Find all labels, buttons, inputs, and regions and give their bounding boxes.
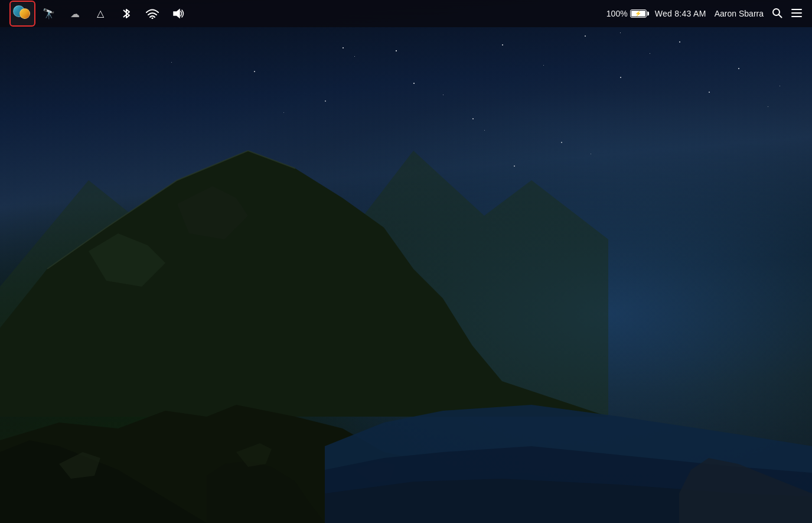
search-button[interactable] [772, 8, 782, 20]
battery-body: ⚡ [630, 9, 647, 18]
wifi-icon [146, 8, 159, 19]
control-center-button[interactable] [791, 8, 803, 20]
app-pair-icon[interactable] [9, 1, 35, 27]
battery-status[interactable]: 100% ⚡ [606, 9, 647, 18]
app-icon-pair [13, 5, 32, 22]
menubar-left: 🔭 ☁ △ [9, 1, 191, 27]
app-icon-front [19, 8, 30, 19]
desktop: 🔭 ☁ △ [0, 0, 812, 523]
battery-percent: 100% [606, 9, 628, 18]
caution-icon: △ [97, 9, 104, 18]
caution-menu-icon[interactable]: △ [87, 1, 113, 27]
ocean-illustration [325, 375, 812, 523]
binoculars-menu-icon[interactable]: 🔭 [35, 1, 61, 27]
search-icon [772, 8, 782, 18]
binoculars-icon: 🔭 [43, 9, 55, 19]
creative-cloud-icon: ☁ [70, 8, 79, 20]
volume-icon [172, 8, 184, 19]
svg-point-15 [152, 18, 154, 20]
volume-menu-icon[interactable] [165, 1, 191, 27]
svg-line-18 [779, 14, 782, 17]
menubar: 🔭 ☁ △ [0, 0, 812, 27]
battery-icon-group: ⚡ [630, 9, 647, 18]
menubar-right: 100% ⚡ Wed 8:43 AM Aaron Sbarra [606, 8, 803, 20]
bluetooth-menu-icon[interactable] [113, 1, 139, 27]
svg-marker-16 [174, 9, 180, 18]
control-center-icon [791, 8, 803, 18]
wifi-menu-icon[interactable] [139, 1, 165, 27]
username-display: Aaron Sbarra [715, 9, 764, 18]
battery-bolt-icon: ⚡ [635, 11, 641, 17]
creative-cloud-menu-icon[interactable]: ☁ [61, 1, 87, 27]
datetime-display: Wed 8:43 AM [655, 9, 706, 18]
bluetooth-icon [122, 7, 131, 20]
